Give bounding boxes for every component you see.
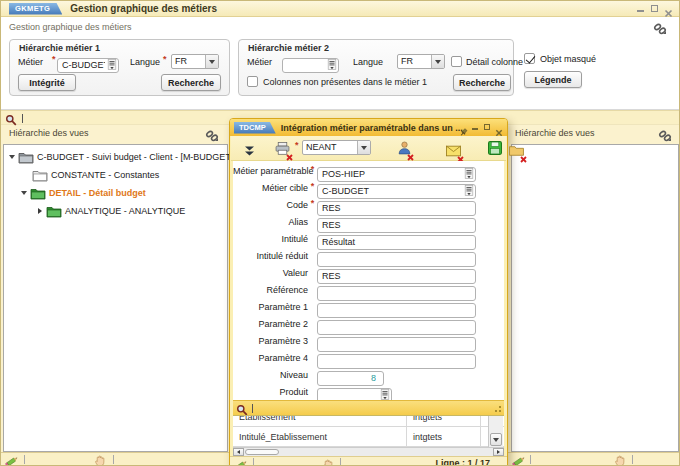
grid-search-bar[interactable] [233,400,504,415]
table-row[interactable]: Etablissement intgtets [233,415,504,427]
link-icon[interactable] [653,21,667,39]
dialog-titlebar[interactable]: TDCMP Intégration métier paramétrable da… [230,119,507,136]
chevron-expanded-icon[interactable] [19,191,29,195]
main-titlebar: GKMETG Gestion graphique des métiers [1,1,679,17]
pan-hand-icon[interactable] [322,457,334,466]
field-label: Niveau [233,370,308,380]
tree-item-constante[interactable]: CONSTANTE - Constantes [4,166,227,184]
destination-value: NEANT [303,141,357,154]
horizontal-scrollbar[interactable] [233,447,504,456]
minimize-icon[interactable] [471,123,479,131]
langue1-value: FR [172,55,205,68]
field-row: Alias [233,213,504,230]
field-label: Intitulé [233,234,308,244]
objet-masque-label: Objet masqué [540,54,596,64]
dialog-grid: Etablissement intgtets Intitulé_Etabliss… [233,415,504,447]
hierarchy1-legend: Hiérarchie métier 1 [19,43,100,53]
edit-pencil-icon[interactable] [512,453,526,466]
window-title: Gestion graphique des métiers [70,3,217,14]
table-row[interactable]: Intitulé_Etablissement intgtets [233,427,504,447]
hierarchy2-groupbox: Hiérarchie métier 2 Métier Langue FR Dét… [238,39,514,96]
close-icon[interactable] [664,4,673,13]
collapse-toolbar-icon[interactable] [243,143,256,161]
dialog-code-tab[interactable]: TDCMP [234,122,276,134]
tree-item-analytique[interactable]: ANALYTIQUE - ANALYTIQUE [4,202,227,220]
dialog-statusbar: Ligne : 1 / 17 [230,456,507,466]
scrollbar-thumb[interactable] [245,449,279,455]
application-window: GKMETG Gestion graphique des métiers Ges… [0,0,680,466]
recherche2-button[interactable]: Recherche [453,74,511,91]
field-label: Référence [233,285,308,295]
mail-cancel-icon[interactable] [446,143,461,161]
views-tree: C-BUDGET - Suivi budget - Client - [M-BU… [4,145,227,220]
vertical-scrollbar[interactable] [488,416,503,447]
lookup-icon[interactable] [464,182,474,193]
field-label: Paramètre 2 [233,319,308,329]
resize-grip[interactable] [494,405,502,413]
user-cancel-icon[interactable] [398,141,411,159]
save-icon[interactable] [488,141,502,159]
statusbar-separator [632,455,633,464]
scroll-right-icon[interactable] [493,448,504,456]
field-label: Métier cible [233,183,308,193]
views-tree-panel: C-BUDGET - Suivi budget - Client - [M-BU… [3,144,228,452]
views-tree-panel-right [511,144,679,452]
field-row: Métier paramétrable * [233,162,504,179]
lookup-icon[interactable] [327,56,337,67]
field-label: Code [233,200,308,210]
lookup-icon[interactable] [380,386,390,397]
pan-hand-icon[interactable] [614,453,626,466]
chevron-expanded-icon[interactable] [7,155,17,159]
scroll-down-icon[interactable] [490,433,502,446]
printer-cancel-icon[interactable] [275,141,290,159]
field-row: Paramètre 4 [233,349,504,366]
folder-cancel-icon[interactable] [509,143,524,161]
tree-item-label: C-BUDGET - Suivi budget - Client - [M-BU… [37,152,233,162]
metier2-label: Métier [247,57,272,67]
edit-pencil-icon[interactable] [234,457,248,466]
detail-colonne-checkbox[interactable] [451,56,462,67]
tree-item-label: ANALYTIQUE - ANALYTIQUE [65,206,185,216]
langue2-select[interactable]: FR [397,54,445,69]
field-row: Paramètre 1 [233,298,504,315]
tdcmp-dialog: TDCMP Intégration métier paramétrable da… [229,118,508,466]
colonnes-checkbox[interactable] [247,76,258,87]
tree-item-detail[interactable]: DETAIL - Détail budget [4,184,227,202]
transaction-code-tab[interactable]: GKMETG [9,3,62,15]
legende-button[interactable]: Légende [524,71,582,88]
tree-item-cbudget[interactable]: C-BUDGET - Suivi budget - Client - [M-BU… [4,148,227,166]
langue1-select[interactable]: FR [171,54,219,69]
field-label: Valeur [233,268,308,278]
lookup-icon[interactable] [464,165,474,176]
minimize-icon[interactable] [636,4,645,13]
recherche1-button[interactable]: Recherche [161,74,221,91]
objet-masque-checkbox[interactable] [524,53,535,64]
scroll-left-icon[interactable] [233,448,244,456]
chevron-down-icon[interactable] [431,55,444,68]
maximize-icon[interactable] [483,123,491,131]
field-row: Intitulé [233,230,504,247]
pin-icon[interactable] [459,123,467,131]
folder-green-icon [46,205,62,218]
chevron-down-icon[interactable] [205,55,218,68]
dialog-toolbar: * NEANT [231,136,506,161]
text-cursor [252,404,253,413]
field-row: Intitulé réduit [233,247,504,264]
right-panel-title: Hiérarchie des vues [515,128,595,138]
chevron-down-icon[interactable] [357,141,370,154]
lookup-icon[interactable] [107,56,117,67]
statusbar-separator [113,455,114,464]
field-row: Niveau [233,366,504,383]
field-label: Produit [233,387,308,397]
destination-select[interactable]: NEANT [302,140,371,155]
langue2-label: Langue [353,57,383,67]
dialog-form: Métier paramétrable * Métier cible * Cod… [233,161,504,400]
left-panel-title: Hiérarchie des vues [9,128,89,138]
field-label: Intitulé réduit [233,251,308,261]
pan-hand-icon[interactable] [94,453,106,466]
edit-pencil-icon[interactable] [5,453,19,466]
close-icon[interactable] [495,123,503,131]
maximize-icon[interactable] [650,4,659,13]
chevron-collapsed-icon[interactable] [35,208,45,214]
integrite-button[interactable]: Intégrité [18,74,76,91]
